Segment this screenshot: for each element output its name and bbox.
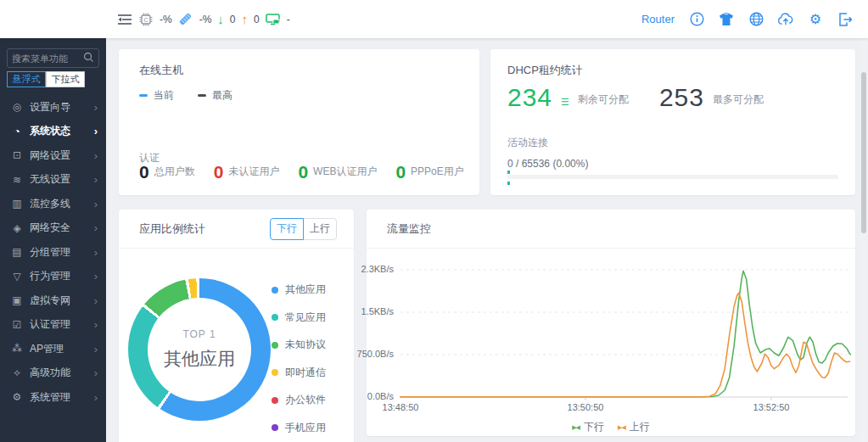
logout-icon[interactable] <box>837 12 853 27</box>
theme-shirt-icon[interactable] <box>719 12 734 27</box>
memory-usage-value: -% <box>199 14 212 25</box>
legend-mobile-apps[interactable]: 手机应用 <box>272 421 326 435</box>
dhcp-lease-card: DHCP租约统计 234 ☰ 剩余可分配 253 最多可分配 活动连接 0 / … <box>490 49 855 195</box>
legend-dash-current <box>139 94 148 97</box>
legend-instant-messaging[interactable]: 即时通信 <box>272 366 326 380</box>
xtick-135050: 13:50:50 <box>560 402 611 412</box>
sidebar-item-wireless-settings[interactable]: ≋无线设置› <box>0 168 106 193</box>
settings-gear-icon[interactable]: ⚙ <box>808 12 823 27</box>
traffic-header: 流量监控 <box>367 210 855 249</box>
chevron-right-icon: › <box>94 391 98 404</box>
download-value: 0 <box>230 14 236 25</box>
active-connections-value: 0 / 65536 (0.00%) <box>507 158 588 170</box>
sidebar-item-flow-control[interactable]: ▥流控多线› <box>0 192 106 216</box>
direction-toggle: 下行 上行 <box>270 218 337 240</box>
funnel-icon: ▽ <box>11 271 23 283</box>
upstream-button[interactable]: 上行 <box>303 218 337 240</box>
lan-monitor-icon <box>266 12 281 27</box>
legend-dash-peak <box>198 94 206 97</box>
main-content: 在线主机 当前 最高 认证 0总用户数 0未认证用户 0WEB认证用户 0PPP… <box>106 38 868 442</box>
connections-progress-bar <box>507 175 838 179</box>
stat-web-auth-users: 0WEB认证用户 <box>298 163 377 181</box>
shield-check-icon: ☑ <box>11 319 23 331</box>
donut-top-text: TOP 1 <box>182 328 216 340</box>
legend-office-software[interactable]: 办公软件 <box>272 393 326 407</box>
chevron-right-icon: › <box>94 366 98 379</box>
downstream-button[interactable]: 下行 <box>270 218 304 240</box>
legend-dot <box>272 369 278 376</box>
legend-unknown-protocol[interactable]: 未知协议 <box>272 338 326 352</box>
xtick-135250: 13:52:50 <box>746 402 797 412</box>
sidebar-item-ap-management[interactable]: ⁂AP管理› <box>0 337 106 361</box>
sidebar: 悬浮式 下拉式 ◎设置向导› ◔系统状态› ⊡网络设置› ≋无线设置› ▥流控多… <box>0 38 106 442</box>
ytick-1500: 1.5KB/s <box>338 306 394 316</box>
cpu-usage-value: -% <box>160 14 172 25</box>
chevron-right-icon: › <box>94 198 98 210</box>
dhcp-remaining-label: 剩余可分配 <box>578 92 629 110</box>
chevron-right-icon: › <box>94 343 98 355</box>
menu-search-input[interactable] <box>12 53 83 64</box>
ytick-750: 750.0B/s <box>338 349 394 359</box>
legend-dot <box>272 397 278 404</box>
legend-other-apps[interactable]: 其他应用 <box>272 283 326 297</box>
scrollbar-thumb[interactable] <box>861 72 866 233</box>
auth-stats-row: 0总用户数 0未认证用户 0WEB认证用户 0PPPoE用户 <box>139 163 464 181</box>
dhcp-remaining-value: 234 <box>507 85 552 110</box>
stat-unauth-users: 0未认证用户 <box>214 163 280 181</box>
sidebar-item-advanced-features[interactable]: ✧高级功能› <box>0 361 106 386</box>
svg-text:C: C <box>143 16 148 22</box>
online-hosts-card: 在线主机 当前 最高 认证 0总用户数 0未认证用户 0WEB认证用户 0PPP… <box>119 49 479 195</box>
sidebar-item-system-status[interactable]: ◔系统状态› <box>0 120 106 144</box>
sidebar-item-network-security[interactable]: ◈网络安全› <box>0 216 106 241</box>
chevron-right-icon: › <box>94 101 98 114</box>
menu-search-box[interactable] <box>7 48 99 68</box>
dhcp-max-value: 253 <box>659 85 704 110</box>
sidebar-item-group-management[interactable]: ▤分组管理› <box>0 240 106 265</box>
legend-downstream[interactable]: ▶◀下行 <box>572 420 604 434</box>
traffic-line-chart[interactable] <box>397 255 851 403</box>
play-pair-icon: ▶◀ <box>572 424 580 431</box>
stat-total-users: 0总用户数 <box>139 163 195 181</box>
lan-value: - <box>287 14 290 25</box>
dhcp-title: DHCP租约统计 <box>507 63 838 78</box>
language-globe-icon[interactable] <box>748 12 764 27</box>
xtick-134850: 13:48:50 <box>375 402 426 412</box>
connections-tick-top <box>507 171 510 174</box>
sidebar-item-vpn[interactable]: ▣虚拟专网› <box>0 288 106 313</box>
online-hosts-title: 在线主机 <box>139 63 459 78</box>
legend-upstream[interactable]: ▶◀上行 <box>618 420 650 434</box>
connections-tick-bottom <box>507 182 510 185</box>
sidebar-item-behavior-management[interactable]: ▽行为管理› <box>0 265 106 289</box>
legend-dot <box>272 342 278 349</box>
chevron-right-icon: › <box>94 294 98 307</box>
cpu-icon: C <box>138 12 154 27</box>
app-ratio-card: 应用比例统计 下行 上行 TOP 1 其他应用 其他应用 常见应用 未知协议 即… <box>119 210 354 442</box>
dhcp-max-label: 最多可分配 <box>713 92 764 110</box>
collapse-menu-icon[interactable] <box>117 12 132 27</box>
sidebar-item-setup-wizard[interactable]: ◎设置向导› <box>0 95 106 120</box>
shield-icon: ◈ <box>11 222 23 234</box>
legend-current: 当前 <box>139 88 174 103</box>
vertical-scrollbar[interactable] <box>860 38 867 442</box>
play-pair-icon: ▶◀ <box>618 424 625 431</box>
list-icon[interactable]: ☰ <box>561 97 569 110</box>
device-name[interactable]: Router <box>641 13 675 25</box>
upload-arrow-icon: ↑ <box>242 12 249 26</box>
top-bar: C -% -% ↓ 0 ↑ 0 - Router ⚙ <box>0 0 868 38</box>
topbar-status-group: C -% -% ↓ 0 ↑ 0 - <box>117 0 290 38</box>
app-ratio-donut-chart[interactable]: TOP 1 其他应用 <box>128 278 271 421</box>
sidebar-item-network-settings[interactable]: ⊡网络设置› <box>0 143 106 168</box>
wifi-icon: ≋ <box>11 174 23 186</box>
sidebar-item-auth-management[interactable]: ☑认证管理› <box>0 313 106 338</box>
chevron-right-icon: › <box>94 125 98 137</box>
traffic-monitor-card: 流量监控 2.3KB/s 1.5KB/s 750.0B/s 0.0B/s 13:… <box>367 210 855 436</box>
tab-floating-style[interactable]: 悬浮式 <box>7 71 46 87</box>
cloud-upgrade-icon[interactable] <box>778 12 793 27</box>
info-icon[interactable] <box>689 12 704 27</box>
chevron-right-icon: › <box>94 149 98 162</box>
search-icon[interactable] <box>83 51 94 66</box>
legend-common-apps[interactable]: 常见应用 <box>272 311 326 325</box>
sidebar-item-system-management[interactable]: ⚙系统管理› <box>0 385 106 410</box>
tab-dropdown-style[interactable]: 下拉式 <box>46 71 85 87</box>
legend-dot <box>272 424 278 431</box>
